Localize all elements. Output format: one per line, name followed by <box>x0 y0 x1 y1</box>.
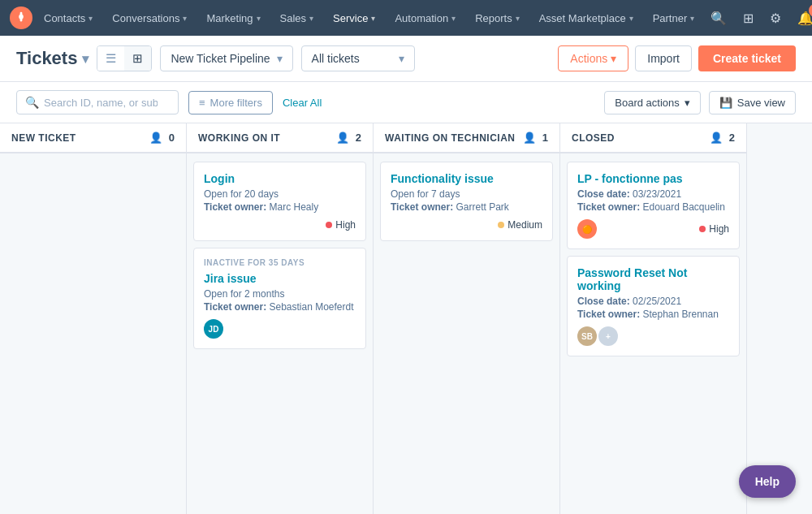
column-closed: CLOSED 👤 2 LP - fonctionne pasClose date… <box>560 123 747 514</box>
priority-badge-t1: High <box>326 219 356 231</box>
ticket-duration-t2: Open for 2 months <box>204 288 356 300</box>
search-icon[interactable]: 🔍 <box>706 7 732 29</box>
top-nav: Contacts▾ Conversations▾ Marketing▾ Sale… <box>0 0 812 36</box>
save-view-button[interactable]: 💾 Save view <box>709 91 796 114</box>
ticket-duration-t1: Open for 20 days <box>204 188 356 200</box>
view-toggle: ☰ ⊞ <box>97 45 152 71</box>
toolbar: Tickets ▾ ☰ ⊞ New Ticket Pipeline ▾ All … <box>0 36 812 82</box>
ticket-close-t4: Close date: 03/23/2021 <box>577 188 729 200</box>
search-icon: 🔍 <box>25 96 39 109</box>
marketplace-icon[interactable]: ⊞ <box>738 7 758 29</box>
priority-badge-t3: Medium <box>498 219 542 231</box>
board-actions-chevron-icon: ▾ <box>685 97 690 109</box>
search-input[interactable] <box>44 97 158 109</box>
ticket-card-t3[interactable]: Functionality issueOpen for 7 daysTicket… <box>380 162 553 241</box>
ticket-duration-t3: Open for 7 days <box>391 188 542 200</box>
ticket-owner-t1: Ticket owner: Marc Healy <box>204 201 356 213</box>
person-icon-closed: 👤 <box>710 132 723 144</box>
ticket-owner-t3: Ticket owner: Garrett Park <box>391 201 542 213</box>
ticket-title-t1[interactable]: Login <box>204 172 356 185</box>
ticket-card-t2[interactable]: INACTIVE FOR 35 DAYSJira issueOpen for 2… <box>193 248 366 349</box>
ticket-card-t4[interactable]: LP - fonctionne pasClose date: 03/23/202… <box>567 162 740 249</box>
help-button[interactable]: Help <box>739 465 796 498</box>
ticket-title-t3[interactable]: Functionality issue <box>391 172 542 185</box>
ticket-close-t5: Close date: 02/25/2021 <box>577 296 729 307</box>
nav-asset-marketplace[interactable]: Asset Marketplace▾ <box>531 7 641 29</box>
nav-sales[interactable]: Sales▾ <box>272 7 322 29</box>
person-icon-waiting-on-technician: 👤 <box>523 132 536 144</box>
ticket-owner-t5: Ticket owner: Stephan Brennan <box>577 309 729 320</box>
column-count-new-ticket: 0 <box>169 132 175 144</box>
nav-automation[interactable]: Automation▾ <box>387 7 464 29</box>
column-count-closed: 2 <box>729 132 735 144</box>
create-ticket-button[interactable]: Create ticket <box>698 45 796 71</box>
pipeline-select[interactable]: New Ticket Pipeline ▾ <box>160 45 292 71</box>
column-working-on-it: WORKING ON IT 👤 2 LoginOpen for 20 daysT… <box>187 123 374 514</box>
settings-icon[interactable]: ⚙ <box>765 7 786 29</box>
board-view-btn[interactable]: ⊞ <box>124 46 151 71</box>
filter-icon: ≡ <box>199 97 205 109</box>
ticket-card-t5[interactable]: Password Reset Not workingClose date: 02… <box>567 256 740 356</box>
ticket-avatar2-t5: + <box>598 326 618 346</box>
column-title-waiting-on-technician: WAITING ON TECHNICIAN <box>385 132 516 144</box>
nav-marketing[interactable]: Marketing▾ <box>198 7 268 29</box>
column-count-waiting-on-technician: 1 <box>542 132 548 144</box>
column-title-new-ticket: NEW TICKET <box>11 132 143 144</box>
more-filters-button[interactable]: ≡ More filters <box>188 91 273 114</box>
ticket-title-t2[interactable]: Jira issue <box>204 272 356 285</box>
person-icon-new-ticket: 👤 <box>149 132 162 144</box>
title-dropdown-icon[interactable]: ▾ <box>82 51 89 67</box>
column-body-new-ticket <box>0 153 186 514</box>
column-body-working-on-it: LoginOpen for 20 daysTicket owner: Marc … <box>187 153 373 514</box>
ticket-title-t4[interactable]: LP - fonctionne pas <box>577 172 729 185</box>
ticket-owner-t4: Ticket owner: Edouard Bacquelin <box>577 201 729 213</box>
ticket-avatar1-t5: SB <box>577 326 597 346</box>
inactive-label: INACTIVE FOR 35 DAYS <box>204 258 356 267</box>
filter-bar: 🔍 ≡ More filters Clear All Board actions… <box>0 82 812 123</box>
nav-contacts[interactable]: Contacts▾ <box>36 7 101 29</box>
import-button[interactable]: Import <box>635 45 692 71</box>
person-icon-working-on-it: 👤 <box>336 132 349 144</box>
ticket-avatar-t4: 🟠 <box>577 219 597 239</box>
column-body-closed: LP - fonctionne pasClose date: 03/23/202… <box>560 153 746 514</box>
ticket-title-t5[interactable]: Password Reset Not working <box>577 266 729 292</box>
hubspot-logo[interactable] <box>10 6 32 29</box>
actions-button[interactable]: Actions ▾ <box>558 45 628 71</box>
nav-partner[interactable]: Partner▾ <box>645 7 703 29</box>
column-body-waiting-on-technician: Functionality issueOpen for 7 daysTicket… <box>374 153 559 514</box>
column-new-ticket: NEW TICKET 👤 0 <box>0 123 187 514</box>
ticket-owner-t2: Ticket owner: Sebastian Moeferdt <box>204 301 356 313</box>
save-icon: 💾 <box>719 97 732 109</box>
column-count-working-on-it: 2 <box>356 132 361 144</box>
filter-select[interactable]: All tickets ▾ <box>301 45 415 71</box>
nav-service[interactable]: Service▾ <box>325 7 383 29</box>
search-box[interactable]: 🔍 <box>16 90 179 114</box>
priority-badge-t4: High <box>699 223 729 235</box>
column-title-working-on-it: WORKING ON IT <box>198 132 330 144</box>
nav-reports[interactable]: Reports▾ <box>467 7 528 29</box>
page-title[interactable]: Tickets ▾ <box>16 48 89 69</box>
column-waiting-on-technician: WAITING ON TECHNICIAN 👤 1 Functionality … <box>374 123 560 514</box>
ticket-card-t1[interactable]: LoginOpen for 20 daysTicket owner: Marc … <box>193 162 366 241</box>
column-title-closed: CLOSED <box>572 132 703 144</box>
list-view-btn[interactable]: ☰ <box>97 46 124 71</box>
board-actions-button[interactable]: Board actions ▾ <box>604 91 701 114</box>
clear-all-button[interactable]: Clear All <box>283 97 322 109</box>
ticket-avatar-t2: JD <box>204 319 223 339</box>
board: NEW TICKET 👤 0 WORKING ON IT 👤 2 LoginOp… <box>0 123 812 514</box>
nav-conversations[interactable]: Conversations▾ <box>104 7 195 29</box>
